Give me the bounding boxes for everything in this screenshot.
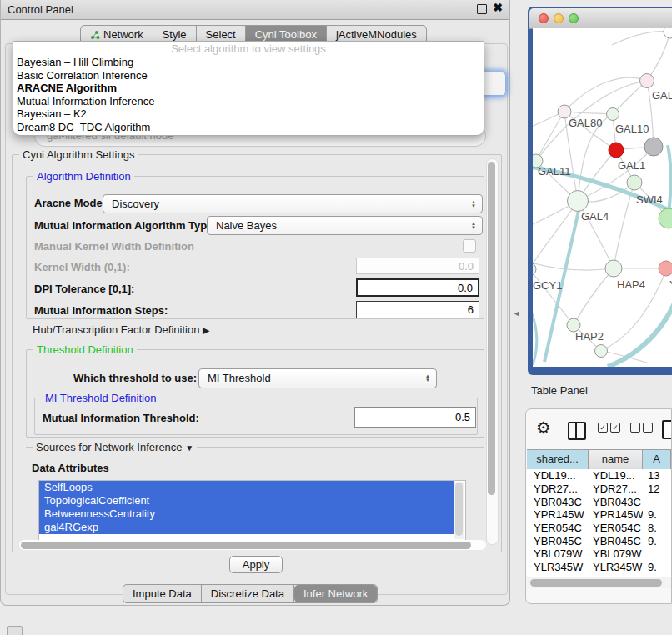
network-node-gray[interactable] [644,138,663,156]
kernel-width-label: Kernel Width (0,1): [34,261,130,273]
network-node-gal10[interactable] [607,108,619,121]
dpi-tolerance-field[interactable] [356,278,479,297]
node-label: GAL11 [538,165,571,178]
combo-stepper-icon: ▲▼ [471,200,476,208]
float-panel-button[interactable] [477,4,487,14]
network-icon [90,30,100,40]
network-node-gcy1[interactable] [533,262,536,276]
network-node[interactable] [664,28,672,38]
deselect-all-checkboxes-icon[interactable] [630,422,653,432]
mi-threshold-field[interactable] [354,407,476,428]
tab-discretize-data[interactable]: Discretize Data [202,585,294,602]
scrollbar-thumb[interactable] [530,579,662,587]
algorithm-option[interactable]: Dream8 DC_TDC Algorithm [17,121,150,133]
aracne-mode-combo[interactable]: Discovery ▲▼ [103,194,483,213]
algorithm-option[interactable]: Basic Correlation Inference [17,69,148,82]
gear-icon[interactable]: ⚙ [536,419,551,436]
node-label: GAL10 [615,122,649,135]
minimized-window-icon[interactable] [7,626,23,635]
node-label: GAL1 [618,159,645,172]
data-attributes-list: SelfLoops TopologicalCoefficient Between… [38,480,466,541]
which-threshold-combo[interactable]: MI Threshold ▲▼ [198,368,437,388]
export-table-icon[interactable] [662,420,672,439]
manual-kernel-checkbox[interactable] [463,239,476,252]
table-header-row: shared... name A [527,449,671,470]
zoom-window-button[interactable] [569,13,579,23]
attribute-item-selected[interactable]: gal4RGexp [39,521,454,534]
dpi-tolerance-label: DPI Tolerance [0,1]: [34,282,134,295]
control-panel-titlebar: Control Panel ✖ [1,0,509,20]
table-row[interactable]: YBL079W YBL079W [527,548,671,561]
network-node-labels: GAL GAL80 GAL10 GAL1 GAL11 SWI4 GAL4 GCY… [533,89,672,342]
network-node-swi4[interactable] [659,208,672,228]
algorithm-option-selected[interactable]: ARACNE Algorithm [17,82,117,94]
tab-impute-data[interactable]: Impute Data [123,585,202,602]
network-canvas[interactable]: GAL GAL80 GAL10 GAL1 GAL11 SWI4 GAL4 GCY… [533,28,672,367]
attribute-item-selected[interactable]: BetweennessCentrality [39,508,454,521]
table-row[interactable]: YBR043C YBR043C [527,495,671,508]
scrollbar-thumb[interactable] [455,482,463,536]
table-row[interactable]: YER054C YER054C 8. [527,522,671,535]
tab-infer-network[interactable]: Infer Network [294,585,377,602]
node-label: SWI4 [636,193,663,206]
algorithm-option[interactable]: Bayesian – K2 [17,108,87,120]
mi-type-combo[interactable]: Naive Bayes ▲▼ [207,216,483,235]
network-node[interactable] [595,345,608,358]
mi-steps-label: Mutual Information Steps: [34,304,168,317]
node-label: GAL4 [581,210,609,222]
cyni-bottom-tabs: Impute Data Discretize Data Infer Networ… [123,584,378,603]
aracne-mode-label: Aracne Mode: [34,197,106,209]
manual-kernel-label: Manual Kernel Width Definition [34,240,194,252]
screen: Control Panel ✖ Network Style Select [0,0,672,635]
combo-stepper-icon: ▲▼ [425,374,430,382]
network-node-selected-red[interactable] [609,142,624,158]
settings-horizontal-scrollbar[interactable] [19,540,486,550]
column-header-shared-name[interactable]: shared... [527,450,589,469]
table-row[interactable]: YBR045C YBR045C 9. [527,534,671,548]
network-node[interactable] [640,74,654,88]
settings-vertical-scrollbar[interactable] [486,158,499,545]
node-label: HAP4 [617,278,645,291]
table-row[interactable]: YPR145W YPR145W 9. [527,508,671,522]
mi-steps-field[interactable] [356,301,479,318]
attribute-item-selected[interactable]: TopologicalCoefficient [39,494,454,508]
control-panel-window: Control Panel ✖ Network Style Select [0,0,510,606]
column-header-name[interactable]: name [589,450,643,469]
combo-stepper-icon: ▲▼ [471,222,476,230]
expander-down-icon: ▼ [185,443,193,452]
scrollbar-thumb[interactable] [488,162,495,495]
network-node-gal4[interactable] [568,191,589,212]
table-horizontal-scrollbar[interactable] [527,577,671,588]
select-all-checkboxes-icon[interactable]: ✓✓ [598,422,620,432]
scrollbar-thumb[interactable] [21,542,471,549]
close-panel-button[interactable]: ✖ [493,2,503,12]
table-row[interactable]: YDL19... YDL19... 13 [527,469,671,482]
network-node-hap4[interactable] [605,260,622,277]
group-title: MI Threshold Definition [42,392,159,404]
mi-threshold-label: Mutual Information Threshold: [43,412,199,424]
network-node-gal1[interactable] [627,175,642,190]
sources-group: Sources for Network Inference ▼ Data Att… [26,447,484,541]
algorithm-definition-group: Algorithm Definition Aracne Mode: Discov… [26,176,484,319]
group-title: Threshold Definition [33,343,137,356]
close-window-button[interactable] [539,13,549,23]
network-node-salmon[interactable] [659,261,672,276]
table-row[interactable]: YDR27... YDR27... 12 [527,482,671,496]
algorithm-option[interactable]: Mutual Information Inference [17,95,154,108]
apply-button[interactable]: Apply [229,556,283,573]
table-row[interactable]: YLR345W YLR345W 9. [527,561,671,574]
sources-collapse-expander[interactable]: Sources for Network Inference ▼ [33,441,197,453]
mi-type-label: Mutual Information Algorithm Type: [34,219,217,232]
which-threshold-label: Which threshold to use: [73,372,197,384]
algorithm-popup-placeholder: Select algorithm to view settings [13,42,484,55]
control-panel-title: Control Panel [8,3,73,16]
hub-factor-expander[interactable]: Hub/Transcription Factor Definition ▶ [33,323,209,336]
attribute-list-scrollbar[interactable] [454,482,464,539]
attribute-item-selected[interactable]: SelfLoops [39,481,454,494]
column-header-third[interactable]: A [643,450,671,469]
minimize-window-button[interactable] [554,13,564,23]
kernel-width-field[interactable] [356,258,479,274]
algorithm-option[interactable]: Bayesian – Hill Climbing [17,56,133,68]
node-label: GAL80 [569,117,602,129]
column-layout-icon[interactable] [568,422,586,440]
